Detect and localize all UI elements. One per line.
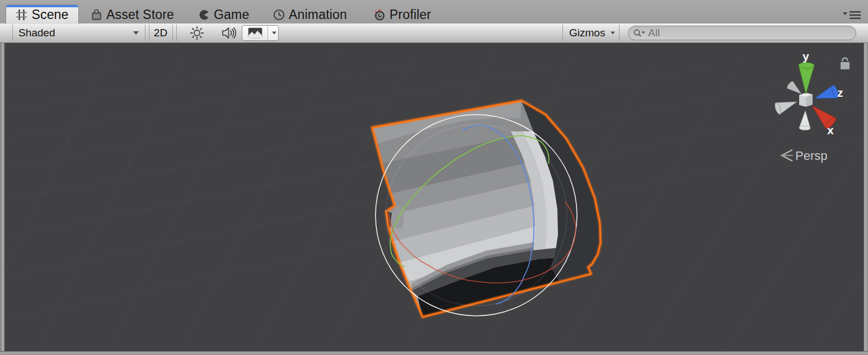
projection-label[interactable]: Persp bbox=[795, 149, 827, 163]
tab-animation[interactable]: Animation bbox=[273, 7, 347, 22]
selected-mesh[interactable] bbox=[347, 93, 616, 351]
persp-control[interactable]: Persp bbox=[782, 149, 827, 163]
tab-bar: Scene Asset Store Game Animation bbox=[0, 0, 868, 23]
axis-y-label[interactable]: y bbox=[803, 50, 809, 63]
tab-scene[interactable]: Scene bbox=[6, 4, 79, 24]
axis-z-label[interactable]: z bbox=[837, 86, 843, 99]
game-icon bbox=[198, 9, 210, 21]
axis-x-label[interactable]: x bbox=[827, 124, 834, 136]
toolbar-separator bbox=[145, 25, 146, 41]
tab-asset-store[interactable]: Asset Store bbox=[91, 7, 174, 22]
effects-toggle-button[interactable] bbox=[242, 25, 279, 41]
dropdown-arrow-icon bbox=[611, 32, 615, 35]
tab-asset-store-label: Asset Store bbox=[106, 7, 174, 22]
scene-3d-canvas: y z x Persp bbox=[5, 43, 864, 351]
toolbar-separator bbox=[176, 25, 177, 41]
scene-toolbar: Shaded 2D Gi bbox=[0, 23, 868, 43]
toolbar-separator bbox=[619, 25, 620, 41]
gizmos-dropdown[interactable]: Gizmos bbox=[562, 23, 619, 42]
tab-scene-label: Scene bbox=[31, 7, 68, 22]
tab-game[interactable]: Game bbox=[198, 7, 249, 22]
window-frame-left bbox=[0, 23, 5, 355]
toolbar-separator bbox=[172, 25, 173, 41]
scene-grid-icon bbox=[16, 9, 27, 21]
scene-search-field[interactable]: All bbox=[628, 26, 856, 40]
draw-mode-label: Shaded bbox=[18, 27, 55, 39]
pane-menu-icon[interactable] bbox=[843, 11, 861, 20]
window-frame-right bbox=[864, 23, 868, 355]
scene-viewport[interactable]: y z x Persp bbox=[5, 43, 864, 351]
asset-store-bag-icon bbox=[91, 9, 102, 21]
effects-image-icon bbox=[248, 27, 262, 39]
profiler-stopwatch-icon bbox=[374, 9, 386, 21]
toolbar-separator bbox=[12, 25, 13, 41]
persp-arrow-icon bbox=[782, 150, 793, 161]
audio-speaker-icon[interactable] bbox=[220, 25, 236, 41]
scene-lighting-sun-icon[interactable] bbox=[189, 25, 205, 41]
tab-profiler[interactable]: Profiler bbox=[374, 7, 431, 22]
toggle-2d-label: 2D bbox=[154, 27, 167, 39]
dropdown-arrow-icon bbox=[133, 31, 139, 35]
draw-mode-dropdown[interactable]: Shaded bbox=[13, 23, 144, 42]
gizmos-label: Gizmos bbox=[569, 27, 605, 39]
search-placeholder: All bbox=[648, 27, 660, 39]
animation-clock-icon bbox=[273, 9, 285, 21]
effects-split-divider bbox=[268, 26, 268, 40]
effects-dropdown-arrow-icon[interactable] bbox=[272, 32, 276, 35]
toggle-2d-button[interactable]: 2D bbox=[149, 23, 172, 42]
tab-profiler-label: Profiler bbox=[390, 7, 431, 22]
window-frame-bottom bbox=[0, 351, 868, 355]
unity-scene-view-window: Scene Asset Store Game Animation bbox=[0, 0, 868, 355]
tab-game-label: Game bbox=[214, 7, 249, 22]
search-magnifier-icon[interactable] bbox=[632, 28, 646, 38]
tab-animation-label: Animation bbox=[289, 7, 347, 22]
